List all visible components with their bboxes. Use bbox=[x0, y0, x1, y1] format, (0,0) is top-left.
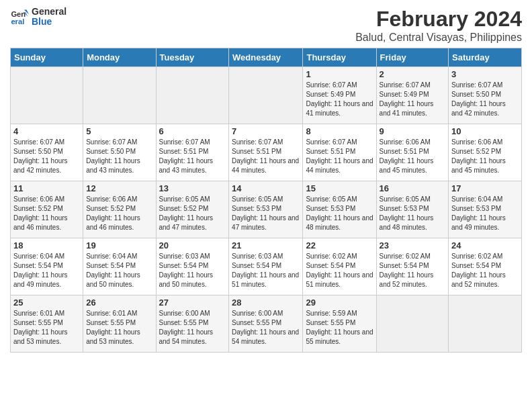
day-number: 22 bbox=[306, 240, 373, 250]
day-cell: 25Sunrise: 6:01 AM Sunset: 5:55 PM Dayli… bbox=[11, 295, 83, 353]
header-cell-friday: Friday bbox=[376, 48, 448, 67]
day-number: 14 bbox=[232, 183, 300, 193]
title-area: February 2024 Balud, Central Visayas, Ph… bbox=[355, 7, 522, 44]
day-info: Sunrise: 6:02 AM Sunset: 5:54 PM Dayligh… bbox=[380, 252, 445, 289]
day-cell: 22Sunrise: 6:02 AM Sunset: 5:54 PM Dayli… bbox=[303, 238, 376, 295]
day-info: Sunrise: 6:05 AM Sunset: 5:52 PM Dayligh… bbox=[159, 195, 226, 232]
day-number: 18 bbox=[13, 240, 80, 250]
day-cell: 20Sunrise: 6:03 AM Sunset: 5:54 PM Dayli… bbox=[156, 238, 229, 295]
day-info: Sunrise: 6:07 AM Sunset: 5:49 PM Dayligh… bbox=[306, 81, 373, 118]
day-cell: 18Sunrise: 6:04 AM Sunset: 5:54 PM Dayli… bbox=[11, 238, 83, 295]
logo-text-general: General bbox=[32, 7, 66, 17]
day-info: Sunrise: 6:06 AM Sunset: 5:52 PM Dayligh… bbox=[13, 195, 80, 232]
subtitle: Balud, Central Visayas, Philippines bbox=[355, 32, 522, 44]
week-row-3: 11Sunrise: 6:06 AM Sunset: 5:52 PM Dayli… bbox=[11, 181, 522, 238]
day-cell: 9Sunrise: 6:06 AM Sunset: 5:51 PM Daylig… bbox=[376, 124, 448, 181]
day-number: 10 bbox=[451, 126, 519, 136]
header: Gen eral General Blue February 2024 Balu… bbox=[10, 7, 522, 44]
day-number: 9 bbox=[380, 126, 445, 136]
week-row-2: 4Sunrise: 6:07 AM Sunset: 5:50 PM Daylig… bbox=[11, 124, 522, 181]
day-cell: 6Sunrise: 6:07 AM Sunset: 5:51 PM Daylig… bbox=[156, 124, 229, 181]
week-row-4: 18Sunrise: 6:04 AM Sunset: 5:54 PM Dayli… bbox=[11, 238, 522, 295]
day-number: 12 bbox=[86, 183, 152, 193]
day-cell bbox=[449, 295, 522, 353]
logo: Gen eral General Blue bbox=[10, 7, 66, 28]
header-cell-thursday: Thursday bbox=[303, 48, 376, 67]
calendar-body: 1Sunrise: 6:07 AM Sunset: 5:49 PM Daylig… bbox=[11, 67, 522, 353]
header-cell-tuesday: Tuesday bbox=[156, 48, 229, 67]
day-info: Sunrise: 6:01 AM Sunset: 5:55 PM Dayligh… bbox=[13, 309, 80, 347]
day-cell: 17Sunrise: 6:04 AM Sunset: 5:53 PM Dayli… bbox=[449, 181, 522, 238]
day-number: 15 bbox=[306, 183, 373, 193]
day-info: Sunrise: 6:07 AM Sunset: 5:51 PM Dayligh… bbox=[232, 138, 300, 175]
day-number: 2 bbox=[380, 69, 445, 79]
day-cell: 14Sunrise: 6:05 AM Sunset: 5:53 PM Dayli… bbox=[229, 181, 303, 238]
day-cell: 12Sunrise: 6:06 AM Sunset: 5:52 PM Dayli… bbox=[83, 181, 156, 238]
day-number: 24 bbox=[451, 240, 519, 250]
day-info: Sunrise: 6:05 AM Sunset: 5:53 PM Dayligh… bbox=[306, 195, 373, 232]
day-number: 6 bbox=[159, 126, 226, 136]
day-info: Sunrise: 6:07 AM Sunset: 5:51 PM Dayligh… bbox=[159, 138, 226, 175]
day-info: Sunrise: 6:02 AM Sunset: 5:54 PM Dayligh… bbox=[451, 252, 519, 289]
week-row-1: 1Sunrise: 6:07 AM Sunset: 5:49 PM Daylig… bbox=[11, 67, 522, 124]
day-cell: 3Sunrise: 6:07 AM Sunset: 5:50 PM Daylig… bbox=[449, 67, 522, 124]
calendar-table: SundayMondayTuesdayWednesdayThursdayFrid… bbox=[10, 48, 522, 353]
day-cell: 4Sunrise: 6:07 AM Sunset: 5:50 PM Daylig… bbox=[11, 124, 83, 181]
day-info: Sunrise: 6:01 AM Sunset: 5:55 PM Dayligh… bbox=[86, 309, 152, 347]
day-number: 17 bbox=[451, 183, 519, 193]
day-cell: 1Sunrise: 6:07 AM Sunset: 5:49 PM Daylig… bbox=[303, 67, 376, 124]
day-info: Sunrise: 6:00 AM Sunset: 5:55 PM Dayligh… bbox=[159, 309, 226, 347]
day-info: Sunrise: 6:04 AM Sunset: 5:54 PM Dayligh… bbox=[13, 252, 80, 289]
day-number: 7 bbox=[232, 126, 300, 136]
day-cell bbox=[11, 67, 83, 124]
day-cell: 29Sunrise: 5:59 AM Sunset: 5:55 PM Dayli… bbox=[303, 295, 376, 353]
day-cell: 11Sunrise: 6:06 AM Sunset: 5:52 PM Dayli… bbox=[11, 181, 83, 238]
day-info: Sunrise: 6:04 AM Sunset: 5:54 PM Dayligh… bbox=[86, 252, 152, 289]
day-cell: 24Sunrise: 6:02 AM Sunset: 5:54 PM Dayli… bbox=[449, 238, 522, 295]
day-info: Sunrise: 6:02 AM Sunset: 5:54 PM Dayligh… bbox=[306, 252, 373, 289]
day-cell: 21Sunrise: 6:03 AM Sunset: 5:54 PM Dayli… bbox=[229, 238, 303, 295]
header-cell-sunday: Sunday bbox=[11, 48, 83, 67]
day-number: 26 bbox=[86, 298, 152, 308]
day-number: 28 bbox=[232, 298, 300, 308]
day-cell: 10Sunrise: 6:06 AM Sunset: 5:52 PM Dayli… bbox=[449, 124, 522, 181]
day-cell: 15Sunrise: 6:05 AM Sunset: 5:53 PM Dayli… bbox=[303, 181, 376, 238]
day-cell bbox=[229, 67, 303, 124]
day-info: Sunrise: 6:03 AM Sunset: 5:54 PM Dayligh… bbox=[232, 252, 300, 289]
header-cell-saturday: Saturday bbox=[449, 48, 522, 67]
day-info: Sunrise: 6:07 AM Sunset: 5:51 PM Dayligh… bbox=[306, 138, 373, 175]
header-cell-monday: Monday bbox=[83, 48, 156, 67]
day-cell: 7Sunrise: 6:07 AM Sunset: 5:51 PM Daylig… bbox=[229, 124, 303, 181]
day-number: 8 bbox=[306, 126, 373, 136]
day-cell bbox=[376, 295, 448, 353]
day-info: Sunrise: 6:06 AM Sunset: 5:51 PM Dayligh… bbox=[380, 138, 445, 175]
day-number: 4 bbox=[13, 126, 80, 136]
day-number: 20 bbox=[159, 240, 226, 250]
day-cell: 19Sunrise: 6:04 AM Sunset: 5:54 PM Dayli… bbox=[83, 238, 156, 295]
day-number: 13 bbox=[159, 183, 226, 193]
day-info: Sunrise: 6:07 AM Sunset: 5:49 PM Dayligh… bbox=[380, 81, 445, 118]
day-info: Sunrise: 5:59 AM Sunset: 5:55 PM Dayligh… bbox=[306, 309, 373, 347]
day-cell: 27Sunrise: 6:00 AM Sunset: 5:55 PM Dayli… bbox=[156, 295, 229, 353]
day-cell: 23Sunrise: 6:02 AM Sunset: 5:54 PM Dayli… bbox=[376, 238, 448, 295]
day-info: Sunrise: 6:00 AM Sunset: 5:55 PM Dayligh… bbox=[232, 309, 300, 347]
calendar-header-row: SundayMondayTuesdayWednesdayThursdayFrid… bbox=[11, 48, 522, 67]
day-info: Sunrise: 6:05 AM Sunset: 5:53 PM Dayligh… bbox=[232, 195, 300, 232]
logo-text-blue: Blue bbox=[32, 17, 66, 27]
logo-icon: Gen eral bbox=[10, 7, 29, 26]
day-number: 5 bbox=[86, 126, 152, 136]
day-number: 23 bbox=[380, 240, 445, 250]
day-number: 1 bbox=[306, 69, 373, 79]
day-info: Sunrise: 6:06 AM Sunset: 5:52 PM Dayligh… bbox=[86, 195, 152, 232]
day-info: Sunrise: 6:03 AM Sunset: 5:54 PM Dayligh… bbox=[159, 252, 226, 289]
main-title: February 2024 bbox=[355, 7, 522, 32]
day-number: 21 bbox=[232, 240, 300, 250]
day-number: 29 bbox=[306, 298, 373, 308]
svg-text:eral: eral bbox=[11, 17, 24, 26]
week-row-5: 25Sunrise: 6:01 AM Sunset: 5:55 PM Dayli… bbox=[11, 295, 522, 353]
day-number: 3 bbox=[451, 69, 519, 79]
header-cell-wednesday: Wednesday bbox=[229, 48, 303, 67]
day-cell: 26Sunrise: 6:01 AM Sunset: 5:55 PM Dayli… bbox=[83, 295, 156, 353]
day-number: 25 bbox=[13, 298, 80, 308]
day-info: Sunrise: 6:05 AM Sunset: 5:53 PM Dayligh… bbox=[380, 195, 445, 232]
